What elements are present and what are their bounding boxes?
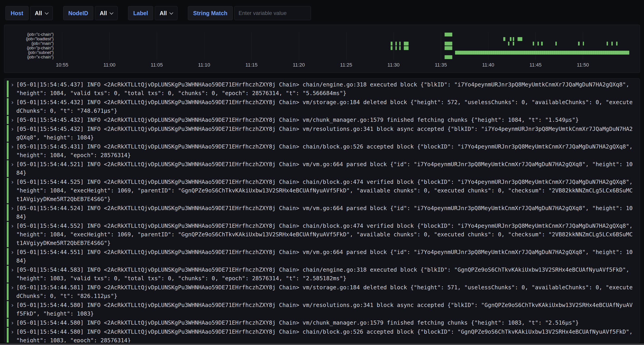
- expand-arrow-icon[interactable]: ›: [8, 160, 16, 177]
- x-tick-label: 11:40: [482, 62, 494, 68]
- series-label: {job="main"}: [4, 41, 54, 46]
- gridline: [394, 32, 394, 60]
- series-label: {job="x-chain"}: [4, 55, 54, 59]
- variables-toolbar: Host All NodeID All Label All String Mat…: [6, 6, 321, 20]
- variable-label-string-match: String Match: [188, 6, 232, 20]
- log-volume-mark: [538, 42, 539, 45]
- gridline: [536, 32, 536, 60]
- log-level-indicator: [7, 319, 8, 327]
- log-volume-mark: [556, 42, 557, 45]
- series-label: {job="loadtest"}: [4, 37, 54, 41]
- log-row[interactable]: ›[05-01|15:54:45.437] INFO <2AcRkXTLLtQj…: [7, 80, 640, 98]
- string-match-input[interactable]: [234, 6, 311, 20]
- log-line-text: [05-01|15:54:44.581] INFO <2AcRkXTLLtQjv…: [16, 283, 634, 300]
- log-volume-mark: [455, 51, 629, 54]
- log-line-text: [05-01|15:54:44.580] INFO <2AcRkXTLLtQjv…: [16, 301, 634, 318]
- expand-arrow-icon[interactable]: ›: [8, 248, 16, 265]
- log-row[interactable]: ›[05-01|15:54:44.525] INFO <2AcRkXTLLtQj…: [7, 178, 640, 204]
- log-level-indicator: [7, 116, 8, 124]
- grafana-dashboard: Host All NodeID All Label All String Mat…: [0, 0, 644, 345]
- log-volume-mark: [513, 42, 514, 45]
- variable-select-label[interactable]: All: [155, 6, 178, 20]
- log-volume-mark: [396, 42, 397, 45]
- log-level-indicator: [7, 178, 8, 203]
- log-row[interactable]: ›[05-01|15:54:45.432] INFO <2AcRkXTLLtQj…: [7, 98, 640, 115]
- logs-volume-panel: {job="c-chain"}{job="loadtest"}{job="mai…: [4, 25, 640, 73]
- log-line-text: [05-01|15:54:45.432] INFO <2AcRkXTLLtQjv…: [16, 116, 634, 124]
- log-level-indicator: [7, 222, 8, 247]
- log-row[interactable]: ›[05-01|15:54:44.551] INFO <2AcRkXTLLtQj…: [7, 248, 640, 265]
- log-row[interactable]: ›[05-01|15:54:44.580] INFO <2AcRkXTLLtQj…: [7, 319, 640, 327]
- x-tick-label: 11:50: [577, 62, 589, 68]
- log-level-indicator: [7, 81, 8, 97]
- gridline: [252, 32, 252, 60]
- variable-select-nodeid[interactable]: All: [95, 6, 118, 20]
- x-tick-label: 11:15: [246, 62, 258, 68]
- log-row[interactable]: ›[05-01|15:54:44.552] INFO <2AcRkXTLLtQj…: [7, 222, 640, 247]
- variable-label-label: Label: [128, 6, 153, 20]
- log-volume-mark: [444, 42, 452, 45]
- expand-arrow-icon[interactable]: ›: [8, 266, 16, 283]
- log-line-text: [05-01|15:54:44.551] INFO <2AcRkXTLLtQjv…: [16, 248, 634, 265]
- variable-string-match-group: String Match: [188, 6, 311, 20]
- expand-arrow-icon[interactable]: ›: [8, 328, 16, 343]
- series-label: {job="c-chain"}: [4, 32, 54, 37]
- log-row[interactable]: ›[05-01|15:54:44.583] INFO <2AcRkXTLLtQj…: [7, 266, 640, 283]
- variable-value-label: All: [160, 10, 167, 16]
- log-volume-mark: [606, 42, 608, 45]
- log-volume-mark: [399, 46, 401, 50]
- x-tick-label: 11:10: [198, 62, 210, 68]
- log-line-text: [05-01|15:54:44.580] INFO <2AcRkXTLLtQjv…: [16, 319, 634, 327]
- log-level-indicator: [7, 328, 8, 343]
- variable-nodeid-group: NodeID All: [63, 6, 118, 20]
- log-volume-mark: [533, 42, 534, 45]
- log-level-indicator: [7, 98, 8, 115]
- log-volume-mark: [391, 42, 392, 45]
- expand-arrow-icon[interactable]: ›: [8, 301, 16, 318]
- log-level-indicator: [7, 204, 8, 221]
- log-row[interactable]: ›[05-01|15:54:44.521] INFO <2AcRkXTLLtQj…: [7, 160, 640, 177]
- log-line-text: [05-01|15:54:44.552] INFO <2AcRkXTLLtQjv…: [16, 222, 634, 247]
- log-line-text: [05-01|15:54:44.525] INFO <2AcRkXTLLtQjv…: [16, 178, 634, 204]
- log-line-text: [05-01|15:54:44.521] INFO <2AcRkXTLLtQjv…: [16, 160, 634, 177]
- log-volume-mark: [541, 42, 542, 45]
- log-volume-mark: [508, 42, 510, 45]
- expand-arrow-icon[interactable]: ›: [8, 283, 16, 300]
- log-row[interactable]: ›[05-01|15:54:45.432] INFO <2AcRkXTLLtQj…: [7, 125, 640, 142]
- log-volume-mark: [578, 42, 580, 45]
- expand-arrow-icon[interactable]: ›: [8, 204, 16, 221]
- log-line-text: [05-01|15:54:45.431] INFO <2AcRkXTLLtQjv…: [16, 142, 634, 160]
- expand-arrow-icon[interactable]: ›: [8, 142, 16, 160]
- gridline: [157, 32, 157, 60]
- expand-arrow-icon[interactable]: ›: [8, 125, 16, 142]
- log-row[interactable]: ›[05-01|15:54:44.580] INFO <2AcRkXTLLtQj…: [7, 328, 640, 343]
- chevron-down-icon: [110, 11, 113, 14]
- gridline: [204, 32, 204, 60]
- time-axis: 10:5511:0011:0511:1011:1511:2011:2511:30…: [4, 62, 640, 69]
- chevron-down-icon: [45, 11, 48, 14]
- expand-arrow-icon[interactable]: ›: [8, 80, 16, 98]
- gridline: [346, 32, 346, 60]
- log-row[interactable]: ›[05-01|15:54:44.580] INFO <2AcRkXTLLtQj…: [7, 301, 640, 318]
- expand-arrow-icon[interactable]: ›: [8, 98, 16, 115]
- variable-host-group: Host All: [6, 6, 53, 20]
- expand-arrow-icon[interactable]: ›: [8, 319, 16, 327]
- log-volume-mark: [404, 46, 408, 50]
- expand-arrow-icon[interactable]: ›: [8, 178, 16, 204]
- log-volume-mark: [444, 32, 452, 36]
- log-volume-mark: [404, 42, 408, 45]
- log-level-indicator: [7, 160, 8, 177]
- horizontal-scrollbar[interactable]: [0, 344, 644, 345]
- log-row[interactable]: ›[05-01|15:54:45.432] INFO <2AcRkXTLLtQj…: [7, 116, 640, 124]
- series-label: {job="p-chain"}: [4, 46, 54, 50]
- log-row[interactable]: ›[05-01|15:54:44.524] INFO <2AcRkXTLLtQj…: [7, 204, 640, 221]
- variable-label-host: Host: [6, 6, 28, 20]
- log-line-text: [05-01|15:54:44.580] INFO <2AcRkXTLLtQjv…: [16, 328, 634, 343]
- expand-arrow-icon[interactable]: ›: [8, 222, 16, 247]
- log-row[interactable]: ›[05-01|15:54:44.581] INFO <2AcRkXTLLtQj…: [7, 283, 640, 300]
- expand-arrow-icon[interactable]: ›: [8, 116, 16, 124]
- variable-select-host[interactable]: All: [30, 6, 53, 20]
- log-level-indicator: [7, 143, 8, 159]
- gridline: [488, 32, 488, 60]
- log-row[interactable]: ›[05-01|15:54:45.431] INFO <2AcRkXTLLtQj…: [7, 142, 640, 160]
